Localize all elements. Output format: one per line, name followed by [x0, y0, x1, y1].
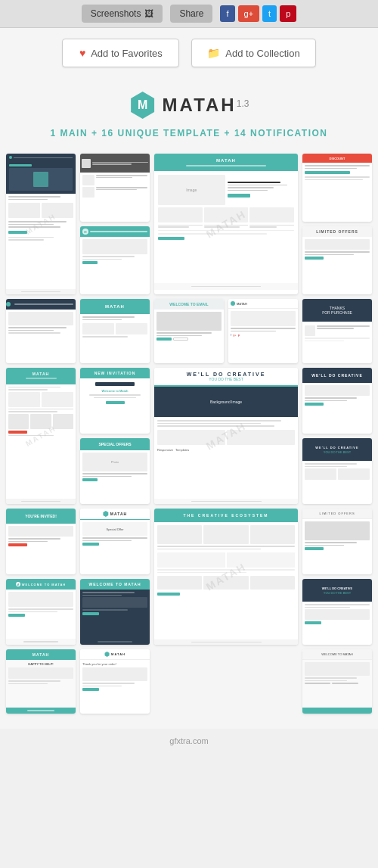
template-preview-18[interactable]: YOU'RE INVITED!: [6, 509, 76, 574]
template-preview-10[interactable]: MATAH f g+ p: [228, 299, 298, 363]
template-preview-17[interactable]: WE'LL DO CREATIVE YOU DO THE BEST: [302, 438, 372, 504]
twitter-share-button[interactable]: t: [262, 5, 277, 22]
template-preview-11[interactable]: THANKSFOR PURCHASE: [302, 299, 372, 363]
product-header: M MATAH1.3 1 MAIN + 16 UNIQUE TEMPLATE +…: [0, 78, 378, 146]
heart-icon: ♥: [79, 47, 85, 59]
template-preview-4[interactable]: DISCOUNT: [302, 154, 372, 222]
template-preview-14[interactable]: WE'LL DO CREATIVE YOU DO THE BEST Backgr…: [154, 368, 298, 504]
action-row: ♥ Add to Favorites 📁 Add to Collection: [0, 28, 378, 78]
site-url: gfxtra.com: [169, 736, 208, 745]
folder-icon: 📁: [207, 47, 220, 59]
product-tagline: 1 MAIN + 16 UNIQUE TEMPLATE + 14 NOTIFIC…: [15, 128, 363, 138]
template-preview-22[interactable]: M WELCOME TO MATAH: [6, 579, 76, 645]
template-preview-13[interactable]: NEW INVITATION Welcome to Matah: [80, 368, 150, 434]
template-preview-5[interactable]: M: [80, 226, 150, 294]
template-preview-23[interactable]: WELCOME TO MATAH: [80, 579, 150, 645]
screenshots-button[interactable]: Screenshots 🖼: [82, 5, 163, 23]
template-preview-9[interactable]: WELCOME TO EMAIL: [154, 299, 224, 363]
top-toolbar: Screenshots 🖼 Share f g+ t p: [0, 0, 378, 28]
template-preview-20[interactable]: THE CREATIVE ECOSYSTEM: [154, 509, 298, 645]
logo-hex: M: [129, 92, 156, 119]
collection-label: Add to Collection: [225, 48, 299, 59]
favorites-label: Add to Favorites: [91, 48, 163, 59]
template-preview-12[interactable]: MATAH: [6, 368, 76, 504]
templates-container: MATAH: [0, 146, 378, 729]
product-version: 1.3: [237, 98, 249, 109]
add-to-favorites-button[interactable]: ♥ Add to Favorites: [62, 39, 179, 67]
image-icon: 🖼: [144, 8, 153, 19]
template-preview-7[interactable]: [6, 299, 76, 363]
googleplus-share-button[interactable]: g+: [238, 5, 260, 22]
template-preview-8[interactable]: MATAH: [80, 299, 150, 363]
templates-grid: MATAH: [6, 154, 372, 714]
facebook-share-button[interactable]: f: [220, 5, 234, 22]
template-preview-24[interactable]: WE'LL DO CREATIVE YOU DO THE BEST: [302, 579, 372, 645]
tagline-text: 1 MAIN + 16 UNIQUE TEMPLATE + 14 NOTIFIC…: [50, 128, 327, 138]
template-preview-27[interactable]: WELCOME TO MATAH: [302, 649, 372, 714]
template-preview-6[interactable]: LIMITED OFFERS: [302, 226, 372, 294]
template-preview-26[interactable]: MATAH Thank you for your order!: [80, 649, 150, 714]
screenshots-label: Screenshots: [91, 8, 141, 19]
product-name: MATAH: [163, 95, 237, 115]
template-preview-1[interactable]: MATAH: [6, 154, 76, 294]
template-preview-2[interactable]: [80, 154, 150, 222]
pinterest-share-button[interactable]: p: [280, 5, 296, 22]
template-preview-21[interactable]: LIMITED OFFERS: [302, 509, 372, 574]
logo-badge: M MATAH1.3: [129, 92, 249, 119]
site-watermark: gfxtra.com: [0, 729, 378, 753]
template-preview-25[interactable]: MATAH HAPPY TO HELP!: [6, 649, 76, 714]
social-share-group: f g+ t p: [220, 5, 296, 22]
product-name-container: MATAH1.3: [163, 95, 249, 116]
template-preview-15[interactable]: WE'LL DO CREATIVE: [302, 368, 372, 434]
share-label: Share: [179, 8, 203, 19]
template-preview-3[interactable]: MATAH Image: [154, 154, 298, 294]
share-button[interactable]: Share: [170, 5, 212, 23]
template-preview-19[interactable]: MATAH Special Offer: [80, 509, 150, 574]
template-preview-16[interactable]: SPECIAL OFFERS Photo: [80, 438, 150, 504]
add-to-collection-button[interactable]: 📁 Add to Collection: [191, 39, 315, 67]
logo-letter: M: [138, 98, 147, 112]
